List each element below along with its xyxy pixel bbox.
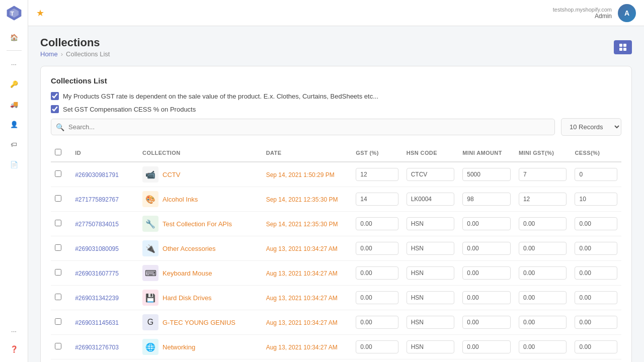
date-text-5: Aug 13, 2021 10:34:27 AM — [266, 295, 338, 302]
hsn-input-5[interactable] — [407, 291, 455, 304]
row-hsn-3 — [403, 236, 459, 261]
sidebar-item-help[interactable]: ❓ — [5, 340, 23, 358]
row-checkbox-7[interactable] — [55, 343, 61, 349]
sidebar-item-more[interactable]: ··· — [5, 322, 23, 340]
gst-input-4[interactable] — [356, 266, 398, 280]
sidebar-bottom: ··· ❓ — [5, 322, 23, 358]
mini-gst-input-4[interactable] — [519, 266, 567, 280]
content-area: Collections Home › Collections List Coll… — [28, 26, 644, 362]
hsn-input-1[interactable] — [407, 193, 455, 206]
th-id: ID — [71, 144, 138, 162]
collection-cell-2: 🔧 Test Collection For APIs — [142, 216, 258, 232]
cess-input-4[interactable] — [575, 266, 617, 280]
row-checkbox-1[interactable] — [55, 195, 61, 202]
row-id-1: #271775892767 — [71, 187, 138, 212]
row-id-link-2[interactable]: #277507834015 — [75, 221, 119, 228]
gst-input-1[interactable] — [356, 193, 398, 206]
row-mini-amount-1 — [458, 187, 515, 212]
sidebar-item-truck[interactable]: 🚚 — [5, 95, 23, 113]
checkbox-cess[interactable] — [51, 105, 59, 113]
select-all-checkbox[interactable] — [55, 149, 61, 155]
sidebar-item-tag[interactable]: 🏷 — [5, 135, 23, 153]
layout-button[interactable] — [614, 40, 632, 54]
row-checkbox-5[interactable] — [55, 294, 61, 300]
date-text-1: Sep 14, 2021 12:35:30 PM — [266, 196, 338, 203]
mini-gst-input-3[interactable] — [519, 242, 567, 255]
avatar[interactable]: A — [618, 4, 636, 22]
row-checkbox-2[interactable] — [55, 220, 61, 226]
row-id-link-7[interactable]: #269031276703 — [75, 344, 119, 351]
gst-input-2[interactable] — [356, 217, 398, 230]
gst-input-0[interactable] — [356, 168, 398, 181]
hsn-input-4[interactable] — [407, 266, 455, 280]
row-date-5: Aug 13, 2021 10:34:27 AM — [262, 286, 352, 310]
mini-gst-input-5[interactable] — [519, 291, 567, 304]
gst-input-3[interactable] — [356, 242, 398, 255]
sidebar-item-dots[interactable]: ··· — [5, 55, 23, 73]
row-checkbox-3[interactable] — [55, 244, 61, 251]
row-collection-2: 🔧 Test Collection For APIs — [138, 212, 262, 236]
cess-input-2[interactable] — [575, 217, 617, 230]
row-mini-gst-1 — [515, 187, 571, 212]
collection-name-7: Networking — [163, 343, 195, 351]
sidebar-item-document[interactable]: 📄 — [5, 155, 23, 173]
mini-gst-input-6[interactable] — [519, 316, 567, 329]
row-checkbox-0[interactable] — [55, 170, 61, 177]
hsn-input-6[interactable] — [407, 316, 455, 329]
checkbox-gst-dependent[interactable] — [51, 92, 59, 100]
gst-input-6[interactable] — [356, 316, 398, 329]
gst-input-5[interactable] — [356, 291, 398, 304]
search-input[interactable] — [51, 119, 555, 135]
mini-amount-input-2[interactable] — [462, 217, 511, 230]
hsn-input-0[interactable] — [407, 168, 455, 181]
row-cess-5 — [571, 286, 621, 310]
table-row: #269031440543 🛡 Antivirus Aug 13, 2021 1… — [51, 359, 621, 363]
collection-cell-5: 💾 Hard Disk Drives — [142, 290, 258, 306]
cess-input-3[interactable] — [575, 242, 617, 255]
breadcrumb-home[interactable]: Home — [40, 50, 58, 58]
row-id-link-3[interactable]: #269031080095 — [75, 245, 119, 252]
row-id-link-4[interactable]: #269031607775 — [75, 270, 119, 277]
mini-gst-input-0[interactable] — [519, 168, 567, 181]
sidebar-item-home[interactable]: 🏠 — [5, 28, 23, 46]
row-checkbox-6[interactable] — [55, 318, 61, 325]
row-date-6: Aug 13, 2021 10:34:27 AM — [262, 310, 352, 335]
row-id-link-6[interactable]: #269031145631 — [75, 319, 119, 326]
mini-amount-input-4[interactable] — [462, 266, 511, 280]
row-mini-amount-4 — [458, 261, 515, 286]
collection-cell-6: G G-TEC YOUNG GENIUS — [142, 314, 258, 330]
mini-amount-input-7[interactable] — [462, 340, 511, 353]
row-id-link-5[interactable]: #269031342239 — [75, 295, 119, 302]
breadcrumb-sep: › — [61, 50, 63, 58]
collection-name-3: Other Accessories — [163, 245, 216, 252]
hsn-input-3[interactable] — [407, 242, 455, 255]
row-id-link-1[interactable]: #271775892767 — [75, 196, 119, 203]
hsn-input-2[interactable] — [407, 217, 455, 230]
gst-input-7[interactable] — [356, 340, 398, 353]
hsn-input-7[interactable] — [407, 340, 455, 353]
mini-amount-input-5[interactable] — [462, 291, 511, 304]
mini-amount-input-1[interactable] — [462, 193, 511, 206]
mini-gst-input-7[interactable] — [519, 340, 567, 353]
sidebar-item-person[interactable]: 👤 — [5, 115, 23, 133]
mini-amount-input-3[interactable] — [462, 242, 511, 255]
mini-gst-input-1[interactable] — [519, 193, 567, 206]
sidebar-divider-1 — [7, 50, 22, 51]
cess-input-7[interactable] — [575, 340, 617, 353]
row-id-link-0[interactable]: #269030981791 — [75, 171, 119, 178]
row-collection-5: 💾 Hard Disk Drives — [138, 286, 262, 310]
row-mini-gst-3 — [515, 236, 571, 261]
mini-amount-input-0[interactable] — [462, 168, 511, 181]
row-mini-amount-6 — [458, 310, 515, 335]
mini-amount-input-6[interactable] — [462, 316, 511, 329]
cess-input-1[interactable] — [575, 193, 617, 206]
row-checkbox-4[interactable] — [55, 269, 61, 276]
cess-input-6[interactable] — [575, 316, 617, 329]
records-select[interactable]: 10 Records 25 Records 50 Records — [561, 118, 621, 136]
mini-gst-input-2[interactable] — [519, 217, 567, 230]
sidebar-item-key[interactable]: 🔑 — [5, 75, 23, 93]
cess-input-5[interactable] — [575, 291, 617, 304]
th-collection: COLLECTION — [138, 144, 262, 162]
app-logo[interactable]: T — [5, 4, 23, 22]
cess-input-0[interactable] — [575, 168, 617, 181]
